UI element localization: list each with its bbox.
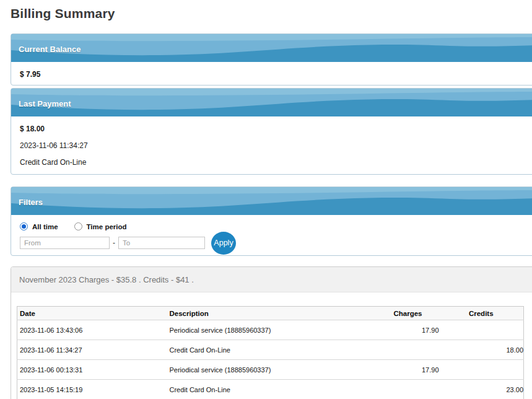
col-header-charges: Charges [377, 307, 439, 320]
table-row: 2023-11-05 14:15:19Credit Card On-Line23… [17, 380, 524, 399]
cell-description: Periodical service (18885960337) [167, 320, 377, 340]
from-date-input[interactable] [20, 237, 110, 249]
last-payment-method: Credit Card On-Line [20, 158, 528, 167]
current-balance-body: $ 7.95 [11, 62, 532, 85]
time-period-radio[interactable]: Time period [74, 222, 127, 230]
radio-unselected-icon[interactable] [74, 222, 82, 230]
page-title: Billing Summary [11, 0, 532, 21]
last-payment-title: Last Payment [11, 89, 532, 108]
cell-date: 2023-11-06 00:13:31 [17, 360, 167, 380]
current-balance-panel: Current Balance $ 7.95 [11, 33, 532, 86]
filters-body: All time Time period - Apply [11, 215, 532, 255]
all-time-radio-label: All time [32, 223, 58, 230]
cell-credits [439, 360, 524, 380]
all-time-radio[interactable]: All time [20, 222, 58, 230]
cell-charges [377, 340, 439, 360]
cell-date: 2023-11-05 14:15:19 [17, 380, 167, 399]
col-header-credits: Credits [439, 307, 524, 320]
cell-charges: 17.90 [377, 320, 439, 340]
cell-date: 2023-11-06 13:43:06 [17, 320, 167, 340]
charges-table-body: 2023-11-06 13:43:06Periodical service (1… [17, 320, 524, 399]
time-period-radio-label: Time period [87, 223, 127, 230]
to-date-input[interactable] [118, 237, 205, 249]
filters-panel-header: Filters [11, 187, 532, 215]
last-payment-amount: $ 18.00 [20, 125, 528, 133]
last-payment-panel-header: Last Payment [11, 89, 532, 116]
statement-body: Date Description Charges Credits 2023-11… [11, 292, 532, 399]
statement-panel: November 2023 Charges - $35.8 . Credits … [11, 266, 532, 399]
last-payment-body: $ 18.00 2023-11-06 11:34:27 Credit Card … [11, 116, 532, 174]
statement-summary: November 2023 Charges - $35.8 . Credits … [11, 267, 532, 292]
billing-summary-page: Billing Summary Current Balance $ 7.95 L… [0, 0, 532, 399]
last-payment-panel: Last Payment $ 18.00 2023-11-06 11:34:27… [11, 88, 532, 175]
filters-title: Filters [11, 187, 532, 207]
filters-panel: Filters All time Time period - Apply [11, 186, 532, 256]
table-header-row: Date Description Charges Credits [17, 307, 524, 320]
cell-credits: 18.00 [439, 340, 524, 360]
radio-selected-icon[interactable] [20, 222, 28, 230]
table-row: 2023-11-06 11:34:27Credit Card On-Line18… [17, 340, 524, 360]
cell-description: Credit Card On-Line [167, 340, 377, 360]
current-balance-title: Current Balance [11, 34, 532, 54]
cell-charges [377, 380, 439, 399]
cell-description: Periodical service (18885960337) [167, 360, 377, 380]
table-row: 2023-11-06 13:43:06Periodical service (1… [17, 320, 524, 340]
date-range-row: - Apply [20, 237, 532, 249]
cell-description: Credit Card On-Line [167, 380, 377, 399]
last-payment-datetime: 2023-11-06 11:34:27 [20, 141, 528, 150]
cell-date: 2023-11-06 11:34:27 [17, 340, 167, 360]
apply-button[interactable]: Apply [211, 232, 236, 255]
filter-radio-group: All time Time period [20, 222, 532, 231]
current-balance-panel-header: Current Balance [11, 34, 532, 62]
current-balance-amount: $ 7.95 [20, 70, 528, 79]
col-header-description: Description [167, 307, 377, 320]
col-header-date: Date [17, 307, 167, 320]
cell-credits: 23.00 [439, 380, 524, 399]
date-range-separator: - [113, 239, 115, 247]
cell-charges: 17.90 [377, 360, 439, 380]
cell-credits [439, 320, 524, 340]
charges-table: Date Description Charges Credits 2023-11… [17, 306, 524, 399]
table-row: 2023-11-06 00:13:31Periodical service (1… [17, 360, 524, 380]
